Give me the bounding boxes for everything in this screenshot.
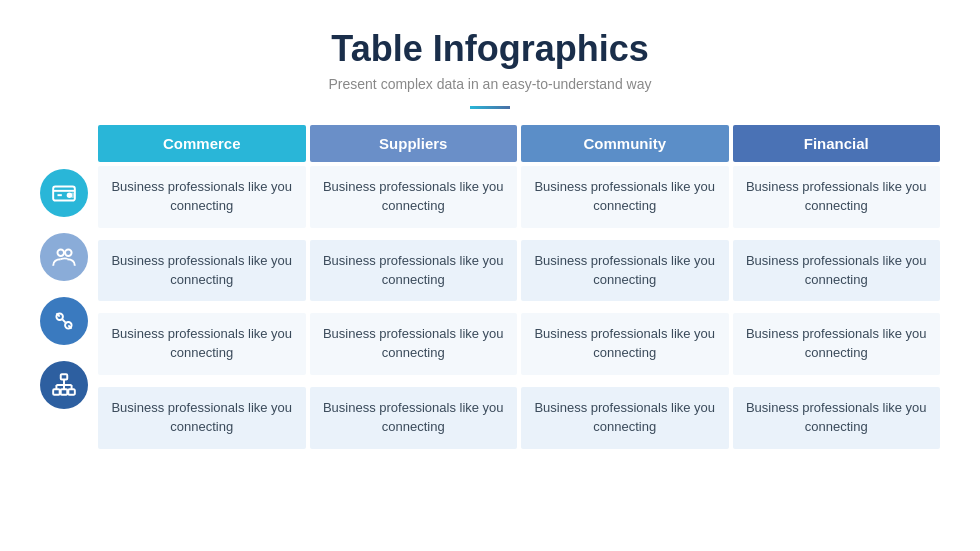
row-2-icon <box>40 233 88 281</box>
cell-r4-c1: Business professionals like you connecti… <box>98 387 306 449</box>
cell-r2-c1: Business professionals like you connecti… <box>98 240 306 302</box>
header-financial: Financial <box>733 125 941 162</box>
table-header: Commerce Suppliers Community Financial <box>98 125 940 162</box>
table-wrapper: Commerce Suppliers Community Financial B… <box>40 125 940 457</box>
table-main: Commerce Suppliers Community Financial B… <box>98 125 940 457</box>
cell-r2-c2: Business professionals like you connecti… <box>310 240 518 302</box>
svg-rect-11 <box>53 389 60 394</box>
svg-point-6 <box>65 249 72 256</box>
page-title: Table Infographics <box>331 28 648 70</box>
svg-line-9 <box>62 319 65 322</box>
cell-r1-c1: Business professionals like you connecti… <box>98 166 306 228</box>
table-row: Business professionals like you connecti… <box>98 240 940 302</box>
table-row: Business professionals like you connecti… <box>98 166 940 228</box>
cell-r1-c2: Business professionals like you connecti… <box>310 166 518 228</box>
cell-r3-c2: Business professionals like you connecti… <box>310 313 518 375</box>
header-community: Community <box>521 125 729 162</box>
header-commerce: Commerce <box>98 125 306 162</box>
table-body: Business professionals like you connecti… <box>98 166 940 457</box>
row-3-icon <box>40 297 88 345</box>
row-1-icon <box>40 169 88 217</box>
svg-rect-12 <box>61 389 68 394</box>
page: Table Infographics Present complex data … <box>0 0 980 551</box>
cell-r1-c3: Business professionals like you connecti… <box>521 166 729 228</box>
title-divider <box>470 106 510 109</box>
svg-rect-10 <box>61 374 68 379</box>
cell-r4-c2: Business professionals like you connecti… <box>310 387 518 449</box>
cell-r3-c4: Business professionals like you connecti… <box>733 313 941 375</box>
svg-rect-13 <box>68 389 75 394</box>
row-4-icon <box>40 361 88 409</box>
cell-r2-c4: Business professionals like you connecti… <box>733 240 941 302</box>
header-suppliers: Suppliers <box>310 125 518 162</box>
svg-point-5 <box>58 249 65 256</box>
table-row: Business professionals like you connecti… <box>98 313 940 375</box>
svg-point-4 <box>70 192 75 197</box>
cell-r1-c4: Business professionals like you connecti… <box>733 166 941 228</box>
table-row: Business professionals like you connecti… <box>98 387 940 449</box>
cell-r4-c4: Business professionals like you connecti… <box>733 387 941 449</box>
page-subtitle: Present complex data in an easy-to-under… <box>329 76 652 92</box>
cell-r3-c1: Business professionals like you connecti… <box>98 313 306 375</box>
cell-r4-c3: Business professionals like you connecti… <box>521 387 729 449</box>
icons-column <box>40 125 88 425</box>
cell-r2-c3: Business professionals like you connecti… <box>521 240 729 302</box>
cell-r3-c3: Business professionals like you connecti… <box>521 313 729 375</box>
